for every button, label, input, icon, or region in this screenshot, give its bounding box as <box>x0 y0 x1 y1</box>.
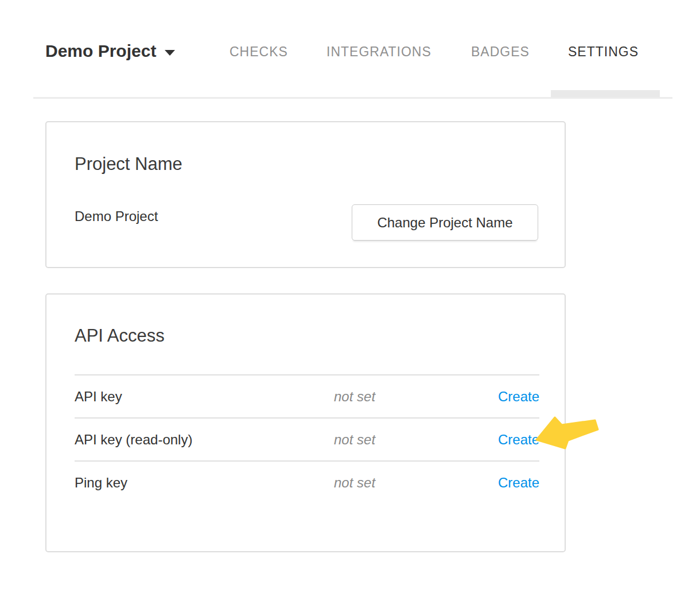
api-keys-table: API key not set Create API key (read-onl… <box>75 374 539 504</box>
project-selector-label: Demo Project <box>45 41 156 61</box>
nav-divider <box>33 97 672 99</box>
api-key-readonly-label: API key (read-only) <box>75 432 334 448</box>
ping-key-label: Ping key <box>75 475 334 491</box>
change-project-name-button[interactable]: Change Project Name <box>352 204 538 241</box>
ping-key-create-link[interactable]: Create <box>498 475 539 491</box>
project-selector-dropdown[interactable]: Demo Project <box>45 41 175 61</box>
tab-integrations[interactable]: INTEGRATIONS <box>326 44 431 60</box>
api-key-readonly-value: not set <box>334 432 482 448</box>
api-key-readonly-row: API key (read-only) not set Create <box>75 417 539 460</box>
settings-page: Demo Project CHECKS INTEGRATIONS BADGES … <box>0 0 700 608</box>
api-access-card-title: API Access <box>75 325 165 347</box>
project-name-card-title: Project Name <box>75 153 182 175</box>
api-key-row: API key not set Create <box>75 374 539 417</box>
api-key-readonly-create-link[interactable]: Create <box>498 432 539 448</box>
api-key-label: API key <box>75 389 334 405</box>
ping-key-row: Ping key not set Create <box>75 460 539 504</box>
api-key-value: not set <box>334 389 482 405</box>
ping-key-value: not set <box>334 475 482 491</box>
tab-badges[interactable]: BADGES <box>471 44 530 60</box>
tab-checks[interactable]: CHECKS <box>230 44 288 60</box>
api-access-card: API Access API key not set Create API ke… <box>45 293 566 552</box>
tab-settings[interactable]: SETTINGS <box>568 44 639 60</box>
chevron-down-icon <box>165 50 175 56</box>
current-project-name: Demo Project <box>75 208 158 224</box>
api-key-create-link[interactable]: Create <box>498 389 539 405</box>
project-name-card: Project Name Demo Project Change Project… <box>45 121 566 268</box>
